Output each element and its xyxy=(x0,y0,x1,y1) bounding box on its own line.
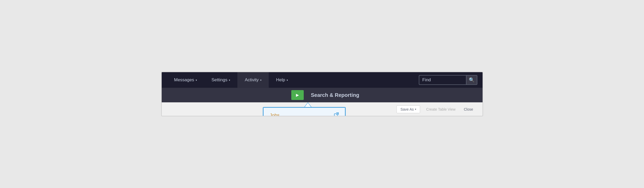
dropdown-menu: Jobs Triggered Alerts xyxy=(263,107,346,116)
nav-label-messages: Messages xyxy=(174,77,194,83)
run-icon: ▶ xyxy=(296,93,299,97)
nav-label-activity: Activity xyxy=(245,77,259,83)
app-window: Messages ▾ Settings ▾ Activity ▾ Help ▾ … xyxy=(161,72,483,116)
find-search-button[interactable]: 🔍 xyxy=(466,75,477,85)
run-button[interactable]: ▶ xyxy=(291,90,304,100)
nav-chevron-messages: ▾ xyxy=(196,79,197,82)
external-link-icon-jobs xyxy=(334,112,339,116)
top-nav: Messages ▾ Settings ▾ Activity ▾ Help ▾ … xyxy=(162,72,483,88)
dropdown-item-jobs[interactable]: Jobs xyxy=(263,107,345,116)
nav-item-messages[interactable]: Messages ▾ xyxy=(167,72,204,88)
activity-dropdown: Jobs Triggered Alerts xyxy=(263,102,346,116)
second-bar-content: ▶ Search & Reporting xyxy=(167,90,477,100)
second-bar: ▶ Search & Reporting Jobs xyxy=(162,88,483,102)
nav-chevron-help: ▾ xyxy=(287,79,288,82)
find-input[interactable] xyxy=(419,77,466,83)
nav-item-settings[interactable]: Settings ▾ xyxy=(204,72,237,88)
save-as-button[interactable]: Save As ▾ xyxy=(397,105,420,113)
nav-item-help[interactable]: Help ▾ xyxy=(269,72,295,88)
dropdown-arrow xyxy=(304,102,312,107)
dropdown-arrow-inner xyxy=(305,103,311,107)
search-icon: 🔍 xyxy=(469,77,475,83)
dropdown-item-jobs-label: Jobs xyxy=(270,113,280,117)
nav-chevron-activity: ▾ xyxy=(260,79,261,82)
app-title: Search & Reporting xyxy=(311,92,359,98)
nav-chevron-settings: ▾ xyxy=(229,79,230,82)
nav-label-settings: Settings xyxy=(211,77,227,83)
create-table-view-label[interactable]: Create Table View xyxy=(422,107,460,111)
find-box: 🔍 xyxy=(419,75,477,85)
close-label[interactable]: Close xyxy=(460,107,477,111)
nav-item-activity[interactable]: Activity ▾ xyxy=(237,72,269,88)
save-as-chevron: ▾ xyxy=(415,108,416,111)
nav-label-help: Help xyxy=(276,77,285,83)
save-as-label: Save As xyxy=(400,107,414,111)
